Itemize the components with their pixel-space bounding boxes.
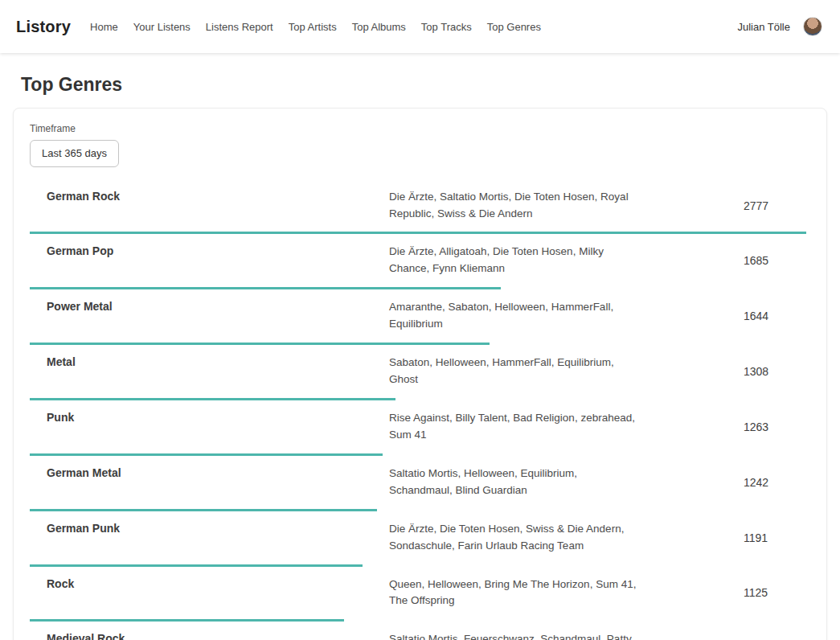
nav-item-your-listens[interactable]: Your Listens bbox=[133, 21, 191, 33]
genre-count: 1263 bbox=[638, 421, 810, 433]
genre-name: German Pop bbox=[30, 244, 389, 257]
genre-name: German Punk bbox=[30, 521, 389, 535]
top-nav: Listory Home Your Listens Listens Report… bbox=[0, 0, 840, 53]
page-title: Top Genres bbox=[21, 74, 827, 96]
genre-count: 1644 bbox=[638, 310, 810, 322]
app-logo[interactable]: Listory bbox=[16, 18, 71, 36]
genre-row: Metal Sabaton, Helloween, HammerFall, Eq… bbox=[30, 345, 810, 400]
genre-artists: Saltatio Mortis, Feuerschwanz, Schandmau… bbox=[389, 631, 638, 640]
genre-row: German Punk Die Ärzte, Die Toten Hosen, … bbox=[30, 511, 810, 567]
genre-name: Metal bbox=[30, 355, 389, 368]
genre-artists: Queen, Helloween, Bring Me The Horizon, … bbox=[389, 576, 638, 610]
genre-row: German Rock Die Ärzte, Saltatio Mortis, … bbox=[30, 179, 810, 235]
genre-count: 1125 bbox=[638, 586, 810, 599]
timeframe-filter: Timeframe Last 365 days bbox=[30, 123, 810, 167]
genre-row: German Metal Saltatio Mortis, Helloween,… bbox=[30, 456, 810, 511]
genre-name: Punk bbox=[30, 410, 389, 424]
genre-row: Power Metal Amaranthe, Sabaton, Hellowee… bbox=[30, 289, 810, 345]
genre-artists: Die Ärzte, Alligatoah, Die Toten Hosen, … bbox=[389, 244, 638, 277]
genre-table: German Rock Die Ärzte, Saltatio Mortis, … bbox=[30, 179, 810, 640]
genre-count: 2777 bbox=[638, 199, 810, 212]
genre-row: German Pop Die Ärzte, Alligatoah, Die To… bbox=[30, 234, 810, 289]
genre-row: Medieval Rock Saltatio Mortis, Feuerschw… bbox=[30, 622, 810, 640]
nav-item-listens-report[interactable]: Listens Report bbox=[206, 21, 273, 33]
genre-count: 1191 bbox=[638, 531, 810, 544]
genre-artists: Die Ärzte, Saltatio Mortis, Die Toten Ho… bbox=[389, 189, 638, 223]
genre-artists: Rise Against, Billy Talent, Bad Religion… bbox=[389, 410, 638, 444]
genre-name: Rock bbox=[30, 576, 389, 590]
genre-name: German Rock bbox=[30, 189, 389, 203]
genre-artists: Amaranthe, Sabaton, Helloween, HammerFal… bbox=[389, 299, 638, 333]
genre-name: German Metal bbox=[30, 466, 389, 479]
genre-name: Power Metal bbox=[30, 299, 389, 313]
genre-row: Rock Queen, Helloween, Bring Me The Hori… bbox=[30, 567, 810, 622]
genre-row: Punk Rise Against, Billy Talent, Bad Rel… bbox=[30, 400, 810, 456]
genre-name: Medieval Rock bbox=[30, 631, 389, 640]
genre-artists: Die Ärzte, Die Toten Hosen, Swiss & Die … bbox=[389, 521, 638, 555]
nav-item-top-genres[interactable]: Top Genres bbox=[487, 21, 541, 33]
timeframe-label: Timeframe bbox=[30, 123, 810, 134]
nav-item-home[interactable]: Home bbox=[90, 21, 118, 33]
user-avatar[interactable] bbox=[803, 17, 822, 36]
user-name[interactable]: Julian Tölle bbox=[737, 21, 790, 33]
genre-count: 1242 bbox=[638, 476, 810, 489]
timeframe-select-button[interactable]: Last 365 days bbox=[30, 140, 119, 167]
nav-links: Home Your Listens Listens Report Top Art… bbox=[90, 21, 541, 33]
top-genres-card: Timeframe Last 365 days German Rock Die … bbox=[13, 108, 827, 640]
genre-artists: Saltatio Mortis, Helloween, Equilibrium,… bbox=[389, 466, 638, 499]
nav-item-top-artists[interactable]: Top Artists bbox=[289, 21, 337, 33]
genre-count: 1685 bbox=[638, 254, 810, 267]
nav-item-top-albums[interactable]: Top Albums bbox=[352, 21, 406, 33]
genre-artists: Sabaton, Helloween, HammerFall, Equilibr… bbox=[389, 355, 638, 388]
nav-item-top-tracks[interactable]: Top Tracks bbox=[421, 21, 472, 33]
main-content: Top Genres Timeframe Last 365 days Germa… bbox=[0, 74, 840, 640]
genre-count: 1308 bbox=[638, 365, 810, 378]
